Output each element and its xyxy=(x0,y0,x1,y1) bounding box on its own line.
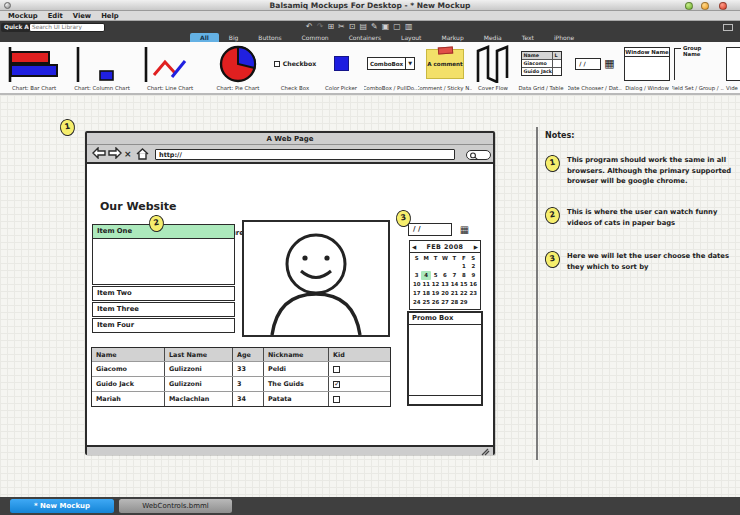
image-placeholder[interactable] xyxy=(242,220,390,337)
redo-icon[interactable]: ↷ xyxy=(317,21,324,33)
calendar-date[interactable]: 14 xyxy=(450,280,459,289)
tab-containers[interactable]: Containers xyxy=(339,33,391,42)
tab-iphone[interactable]: iPhone xyxy=(544,33,584,42)
tab-big[interactable]: Big xyxy=(219,33,249,42)
kid-checkbox-checked[interactable] xyxy=(333,381,340,388)
minimize-button[interactable] xyxy=(685,2,693,10)
calendar-date[interactable]: 24 xyxy=(412,298,421,307)
library-item-pie-chart[interactable]: Chart: Pie Chart xyxy=(204,42,272,93)
back-arrow-icon[interactable] xyxy=(92,147,106,159)
library-item-bar-chart[interactable]: Chart: Bar Chart xyxy=(0,42,68,93)
menu-view[interactable]: View xyxy=(73,12,91,20)
tab-all[interactable]: All xyxy=(190,33,219,42)
maximize-button[interactable] xyxy=(701,2,709,10)
group-icon[interactable]: ▣ xyxy=(382,21,390,33)
undo-icon[interactable]: ↶ xyxy=(306,21,313,33)
home-icon[interactable] xyxy=(136,148,149,160)
calendar-date[interactable]: 22 xyxy=(459,289,468,298)
table-row[interactable]: Mariah Maclachlan 34 Patata xyxy=(92,391,390,406)
browser-search-box[interactable] xyxy=(466,150,491,160)
calendar-prev-icon[interactable]: ◀ xyxy=(412,244,416,250)
tab-text[interactable]: Text xyxy=(512,33,544,42)
search-input[interactable] xyxy=(29,23,105,32)
calendar-date[interactable]: 18 xyxy=(421,289,430,298)
menu-mockup[interactable]: Mockup xyxy=(8,12,38,20)
library-item-field-set[interactable]: Group Name Field Set / Group / ... xyxy=(672,42,724,93)
library-item-combobox[interactable]: ComboBox ▼ ComboBox / PullDo... xyxy=(364,42,418,93)
table-row[interactable]: Giacomo Gulizzoni 33 Peldi xyxy=(92,361,390,376)
stop-icon[interactable]: × xyxy=(124,148,132,160)
tab-common[interactable]: Common xyxy=(292,33,339,42)
calendar-date[interactable]: 12 xyxy=(431,280,440,289)
calendar-date[interactable]: 21 xyxy=(450,289,459,298)
notes-splitter[interactable] xyxy=(536,127,538,460)
tab-layout[interactable]: Layout xyxy=(391,33,431,42)
calendar-date[interactable]: 2 xyxy=(469,262,478,271)
calendar-date[interactable]: 5 xyxy=(431,271,440,280)
close-button[interactable] xyxy=(719,2,727,10)
calendar-next-icon[interactable]: ▶ xyxy=(474,244,478,250)
calendar-date[interactable]: 7 xyxy=(450,271,459,280)
library-item-dialog[interactable]: Window Name Dialog / Window xyxy=(622,42,672,93)
tab-media[interactable]: Media xyxy=(474,33,512,42)
calendar-date[interactable]: 9 xyxy=(469,271,478,280)
calendar-date[interactable]: 1 xyxy=(459,262,468,271)
column-header[interactable]: Last Name xyxy=(164,348,232,361)
calendar-date[interactable]: 23 xyxy=(469,289,478,298)
calendar-date[interactable]: 29 xyxy=(459,298,468,307)
paste-icon[interactable]: ▤ xyxy=(360,21,368,33)
accordion-item[interactable]: Item Four xyxy=(92,318,235,333)
doc-tab-new-mockup[interactable]: * New Mockup xyxy=(10,499,114,513)
kid-checkbox[interactable] xyxy=(333,396,340,403)
table-row[interactable]: Guido Jack Gulizzoni 3 The Guids xyxy=(92,376,390,391)
library-item-line-chart[interactable]: Chart: Line Chart xyxy=(136,42,204,93)
library-item-video[interactable]: Vide xyxy=(724,42,740,93)
ungroup-icon[interactable]: ▢ xyxy=(393,21,401,33)
calendar-date[interactable]: 19 xyxy=(431,289,440,298)
library-item-check-box[interactable]: Checkbox Check Box xyxy=(272,42,318,93)
duplicate-icon[interactable]: ⊞ xyxy=(327,21,334,33)
library-item-data-grid[interactable]: Name L Giacomo Guido Jack Data Grid / Ta… xyxy=(514,42,568,93)
column-header[interactable]: Age xyxy=(232,348,263,361)
annotation-badge-1[interactable]: 1 xyxy=(59,118,77,137)
calendar-date[interactable]: 27 xyxy=(440,298,449,307)
calendar-date[interactable]: 3 xyxy=(412,271,421,280)
promo-box[interactable]: Promo Box xyxy=(407,311,483,406)
cut-icon[interactable]: ✂ xyxy=(338,21,345,33)
calendar-date[interactable]: 6 xyxy=(440,271,449,280)
calendar-date[interactable]: 11 xyxy=(421,280,430,289)
calendar-date[interactable]: 20 xyxy=(440,289,449,298)
fullscreen-icon[interactable] xyxy=(723,24,733,31)
forward-arrow-icon[interactable] xyxy=(108,147,122,159)
accordion-item[interactable]: Item Two xyxy=(92,286,235,301)
doc-tab-webcontrols[interactable]: WebControls.bmml xyxy=(119,499,232,513)
calendar-date[interactable]: 8 xyxy=(459,271,468,280)
copy-icon[interactable]: ⊡ xyxy=(349,21,356,33)
column-header[interactable]: Name xyxy=(92,348,164,361)
menu-help[interactable]: Help xyxy=(101,12,119,20)
tab-buttons[interactable]: Buttons xyxy=(248,33,291,42)
calendar-date[interactable]: 13 xyxy=(440,280,449,289)
calendar-date[interactable]: 26 xyxy=(431,298,440,307)
library-item-cover-flow[interactable]: Cover Flow xyxy=(472,42,514,93)
library-item-date-chooser[interactable]: / / ▦ Date Chooser / Dat... xyxy=(568,42,622,93)
calendar-date[interactable]: 15 xyxy=(459,280,468,289)
delete-icon[interactable]: ▥ xyxy=(405,21,413,33)
menu-edit[interactable]: Edit xyxy=(48,12,63,20)
calendar-date[interactable]: 28 xyxy=(450,298,459,307)
tab-markup[interactable]: Markup xyxy=(431,33,473,42)
calendar-date[interactable]: 25 xyxy=(421,298,430,307)
column-header[interactable]: Kid xyxy=(328,348,388,361)
date-input[interactable]: / / xyxy=(408,223,452,236)
calendar-date[interactable]: 4 xyxy=(421,271,430,280)
mockup-canvas[interactable]: 1 2 3 A Web Page × http:// xyxy=(0,95,740,497)
calendar-date[interactable]: 16 xyxy=(469,280,478,289)
column-header[interactable]: Nickname xyxy=(263,348,328,361)
library-item-column-chart[interactable]: Chart: Column Chart xyxy=(68,42,136,93)
calendar-date[interactable]: 17 xyxy=(412,289,421,298)
library-item-color-picker[interactable]: Color Picker xyxy=(318,42,364,93)
resize-grip-icon[interactable] xyxy=(480,448,490,456)
calendar-date[interactable]: 10 xyxy=(412,280,421,289)
browser-window-mockup[interactable]: A Web Page × http:// Our Website xyxy=(85,131,495,455)
kid-checkbox[interactable] xyxy=(333,366,340,373)
